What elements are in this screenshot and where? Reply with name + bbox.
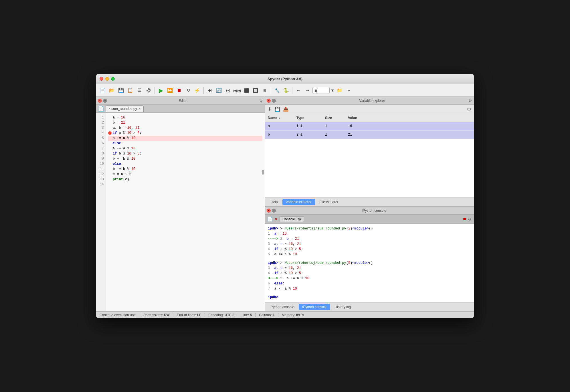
scroll-indicator xyxy=(262,170,264,175)
console-body[interactable]: ipdb> > /Users/robertsj/sum_rounded.py(2… xyxy=(265,224,474,302)
ve-download-icon[interactable]: ⬇ xyxy=(267,106,272,112)
tab-modified-icon: ▪ xyxy=(109,107,110,111)
back-button[interactable]: ← xyxy=(294,86,303,95)
console-tab-icon[interactable]: 📄 xyxy=(267,216,273,222)
console-close-button[interactable]: ✕ xyxy=(267,209,271,213)
var-b-size: 1 xyxy=(322,133,345,137)
ve-settings-icon[interactable]: ⚙ xyxy=(468,98,472,103)
status-column: Column: 1 xyxy=(256,313,278,317)
code-line-10: else: xyxy=(108,161,262,167)
editor-nav-icon[interactable]: 📄 xyxy=(98,106,104,112)
restart-button[interactable]: ↻ xyxy=(184,86,193,95)
code-line-4: if a % 10 > 5: xyxy=(108,130,262,136)
main-toolbar: 📄 📂 💾 📋 ☰ @ ▶ ⏩ ⏹ ↻ ⚡ ⏮ 🔄 ⏭ ⏭⏭ ⬛ 🔲 ⊞ 🔧 🐍… xyxy=(96,84,474,97)
tab-history-log[interactable]: History log xyxy=(331,304,354,310)
python-button[interactable]: 🐍 xyxy=(282,86,290,95)
ve-close-button[interactable]: ✕ xyxy=(267,99,271,103)
code-line-5: a += a % 10 xyxy=(108,136,262,141)
console-line-2-5: 3---> 5 a += a % 10 xyxy=(268,276,471,281)
variable-row-a[interactable]: a int 1 16 xyxy=(265,122,474,130)
ve-toolbar-left: ⬇ 💾 📥 xyxy=(267,106,289,112)
editor-panel-title: Editor xyxy=(179,99,187,103)
new-file-button[interactable]: 📄 xyxy=(98,86,107,95)
var-a-name: a xyxy=(265,124,294,128)
status-permissions: Permissions: RW xyxy=(140,313,173,317)
continue-button[interactable]: ⏭⏭ xyxy=(233,86,242,95)
step-return-button[interactable]: ⏭ xyxy=(224,86,232,95)
code-line-3: a, b = 16, 21 xyxy=(108,125,262,130)
close-button[interactable] xyxy=(100,77,103,81)
workspace-input[interactable] xyxy=(312,87,330,94)
editor-float-button[interactable]: ○ xyxy=(103,99,107,103)
ve-close-buttons: ✕ xyxy=(267,99,276,103)
console-prompt-1: ipdb> > /Users/robertsj/sum_rounded.py(2… xyxy=(268,226,471,231)
tab-ipython-console[interactable]: IPython console xyxy=(299,304,330,310)
console-tab-name[interactable]: Console 1/A xyxy=(279,216,304,222)
save-button[interactable]: 💾 xyxy=(117,86,125,95)
col-size-header[interactable]: Size xyxy=(322,116,345,120)
console-line-2-4: 4 if a % 10 > 5: xyxy=(268,271,471,276)
console-settings-icon[interactable]: ⚙ xyxy=(468,217,472,221)
console-x-icon[interactable]: ✕ xyxy=(275,217,278,221)
var-a-value: 16 xyxy=(345,124,474,128)
console-line-2-6: 6 else: xyxy=(268,281,471,286)
ve-settings2-icon[interactable]: ⚙ xyxy=(466,106,472,112)
more-button[interactable]: » xyxy=(345,86,353,95)
minimize-button[interactable] xyxy=(105,77,109,81)
variable-table: Name ▲ Type Size Value a int 1 16 xyxy=(265,114,474,197)
console-stop-button[interactable]: ■ xyxy=(463,216,466,222)
step-into-button[interactable]: ⏮ xyxy=(205,86,214,95)
statusbar: Continue execution until Permissions: RW… xyxy=(96,311,474,318)
editor-body[interactable]: 1 2 3 4 5 6 7 8 9 10 11 12 13 14 xyxy=(96,113,265,311)
step-button[interactable]: 🔄 xyxy=(215,86,223,95)
main-content: ✕ ○ Editor ⚙ 📄 ▪ sum_rounded.py ✕ 1 xyxy=(96,97,474,311)
console-line-2-3: 3 a, b = 16, 21 xyxy=(268,266,471,271)
ve-save-icon[interactable]: 💾 xyxy=(274,106,281,112)
tab-help[interactable]: Help xyxy=(267,199,281,205)
maximize-button[interactable] xyxy=(111,77,115,81)
variable-explorer-title: Variable explorer xyxy=(359,99,385,103)
tab-python-console[interactable]: Python console xyxy=(267,304,298,310)
status-memory: Memory: 89 % xyxy=(278,313,307,317)
wrench-button[interactable]: 🔧 xyxy=(273,86,281,95)
tab-variable-explorer[interactable]: Variable explorer xyxy=(282,199,315,205)
sep1 xyxy=(155,87,155,94)
forward-button[interactable]: → xyxy=(303,86,312,95)
expand-button[interactable]: ⊞ xyxy=(260,86,269,95)
open-file-button[interactable]: 📂 xyxy=(108,86,116,95)
console-float-button[interactable] xyxy=(272,209,276,213)
status-continue: Continue execution until xyxy=(100,313,140,317)
col-value-header[interactable]: Value xyxy=(345,116,474,120)
dropdown-arrow[interactable]: ▾ xyxy=(330,86,335,95)
editor-tab-sum-rounded[interactable]: ▪ sum_rounded.py ✕ xyxy=(106,105,144,112)
window-title: Spyder (Python 3.6) xyxy=(268,77,302,81)
run-file-button[interactable]: ⏩ xyxy=(166,86,174,95)
breakpoints-button[interactable]: 🔲 xyxy=(251,86,260,95)
browse-button[interactable]: 📁 xyxy=(335,86,344,95)
code-line-7: a -= a % 10 xyxy=(108,146,262,151)
save-as-button[interactable]: 📋 xyxy=(126,86,134,95)
at-button[interactable]: @ xyxy=(144,86,153,95)
ve-float-button[interactable] xyxy=(272,99,276,103)
continue-text: Continue execution until xyxy=(100,313,136,317)
console-prompt-2: ipdb> > /Users/robertsj/sum_rounded.py(5… xyxy=(268,260,471,266)
var-a-type: int xyxy=(294,124,322,128)
line-numbers: 1 2 3 4 5 6 7 8 9 10 11 12 13 14 xyxy=(96,113,106,311)
stop-run-button[interactable]: ⏹ xyxy=(175,86,183,95)
tab-close-icon[interactable]: ✕ xyxy=(138,107,140,110)
code-editor[interactable]: a = 16 b = 21 a, b = 16, 21 xyxy=(106,113,265,311)
tab-file-explorer[interactable]: File explorer xyxy=(316,199,342,205)
editor-header: ✕ ○ Editor ⚙ xyxy=(96,97,265,105)
stop-debug-button[interactable]: ⬛ xyxy=(242,86,251,95)
col-type-header[interactable]: Type xyxy=(294,116,322,120)
editor-settings-icon[interactable]: ⚙ xyxy=(259,98,263,103)
editor-close-button[interactable]: ✕ xyxy=(98,99,102,103)
run-button[interactable]: ▶ xyxy=(157,86,165,95)
editor-tab-label: sum_rounded.py xyxy=(111,107,137,111)
debug-button[interactable]: ⚡ xyxy=(193,86,202,95)
variable-row-b[interactable]: b int 1 21 xyxy=(265,130,474,139)
col-name-header[interactable]: Name ▲ xyxy=(265,116,294,120)
list-button[interactable]: ☰ xyxy=(135,86,144,95)
editor-tabs: 📄 ▪ sum_rounded.py ✕ xyxy=(96,105,265,113)
ve-import-icon[interactable]: 📥 xyxy=(282,106,289,112)
